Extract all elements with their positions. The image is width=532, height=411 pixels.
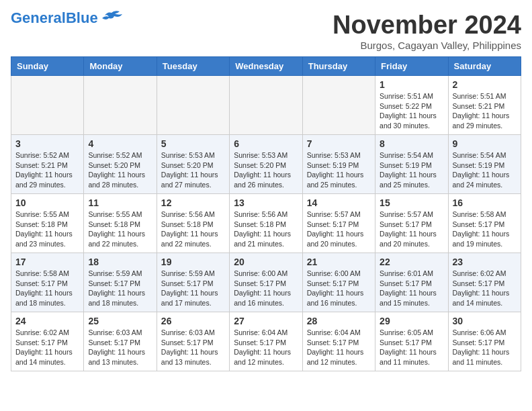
day-info: Sunrise: 5:53 AMSunset: 5:19 PMDaylight:… <box>307 151 364 189</box>
day-of-week-header: Saturday <box>448 57 521 76</box>
calendar-day-cell: 11Sunrise: 5:55 AMSunset: 5:18 PMDayligh… <box>84 194 157 253</box>
day-of-week-header: Monday <box>84 57 157 76</box>
day-info: Sunrise: 6:03 AMSunset: 5:17 PMDaylight:… <box>161 328 218 366</box>
day-number: 13 <box>234 197 298 208</box>
logo-text: GeneralBlue <box>11 11 98 26</box>
calendar-day-cell: 29Sunrise: 6:05 AMSunset: 5:17 PMDayligh… <box>375 312 448 371</box>
day-info: Sunrise: 5:51 AMSunset: 5:22 PMDaylight:… <box>380 92 437 130</box>
calendar-day-cell: 10Sunrise: 5:55 AMSunset: 5:18 PMDayligh… <box>11 194 84 253</box>
calendar-day-cell: 17Sunrise: 5:58 AMSunset: 5:17 PMDayligh… <box>11 253 84 312</box>
day-info: Sunrise: 6:00 AMSunset: 5:17 PMDaylight:… <box>307 269 364 307</box>
day-number: 22 <box>380 257 443 267</box>
day-info: Sunrise: 5:53 AMSunset: 5:20 PMDaylight:… <box>161 151 218 189</box>
calendar-day-cell: 23Sunrise: 6:02 AMSunset: 5:17 PMDayligh… <box>448 253 521 312</box>
day-info: Sunrise: 6:04 AMSunset: 5:17 PMDaylight:… <box>307 328 364 366</box>
day-info: Sunrise: 5:54 AMSunset: 5:19 PMDaylight:… <box>453 151 510 189</box>
day-number: 30 <box>453 316 517 326</box>
day-info: Sunrise: 5:56 AMSunset: 5:18 PMDaylight:… <box>234 210 291 248</box>
day-info: Sunrise: 5:53 AMSunset: 5:20 PMDaylight:… <box>234 151 291 189</box>
calendar-day-cell: 22Sunrise: 6:01 AMSunset: 5:17 PMDayligh… <box>375 253 448 312</box>
day-info: Sunrise: 5:55 AMSunset: 5:18 PMDaylight:… <box>15 210 73 248</box>
day-of-week-header: Tuesday <box>157 57 229 76</box>
calendar-day-cell: 13Sunrise: 5:56 AMSunset: 5:18 PMDayligh… <box>230 194 302 253</box>
day-info: Sunrise: 5:56 AMSunset: 5:18 PMDaylight:… <box>161 210 218 248</box>
day-info: Sunrise: 5:57 AMSunset: 5:17 PMDaylight:… <box>380 210 437 248</box>
day-info: Sunrise: 5:59 AMSunset: 5:17 PMDaylight:… <box>88 269 145 307</box>
calendar-day-cell: 18Sunrise: 5:59 AMSunset: 5:17 PMDayligh… <box>84 253 157 312</box>
day-info: Sunrise: 5:51 AMSunset: 5:21 PMDaylight:… <box>453 92 510 130</box>
day-number: 21 <box>307 257 371 267</box>
calendar-day-cell: 25Sunrise: 6:03 AMSunset: 5:17 PMDayligh… <box>84 312 157 371</box>
calendar-day-cell: 3Sunrise: 5:52 AMSunset: 5:21 PMDaylight… <box>11 135 84 194</box>
title-section: November 2024 Burgos, Cagayan Valley, Ph… <box>332 11 521 51</box>
calendar-day-cell: 21Sunrise: 6:00 AMSunset: 5:17 PMDayligh… <box>302 253 375 312</box>
day-info: Sunrise: 6:04 AMSunset: 5:17 PMDaylight:… <box>234 328 291 366</box>
day-info: Sunrise: 6:06 AMSunset: 5:17 PMDaylight:… <box>453 328 510 366</box>
calendar-week-row: 24Sunrise: 6:02 AMSunset: 5:17 PMDayligh… <box>11 312 521 371</box>
calendar-day-cell: 12Sunrise: 5:56 AMSunset: 5:18 PMDayligh… <box>157 194 229 253</box>
day-number: 12 <box>161 197 225 208</box>
calendar-day-cell: 26Sunrise: 6:03 AMSunset: 5:17 PMDayligh… <box>157 312 229 371</box>
calendar-day-cell: 24Sunrise: 6:02 AMSunset: 5:17 PMDayligh… <box>11 312 84 371</box>
day-number: 25 <box>88 316 152 326</box>
day-info: Sunrise: 6:03 AMSunset: 5:17 PMDaylight:… <box>88 328 145 366</box>
day-info: Sunrise: 6:02 AMSunset: 5:17 PMDaylight:… <box>453 269 510 307</box>
day-number: 18 <box>88 257 152 267</box>
day-number: 28 <box>307 316 371 326</box>
calendar-day-cell: 27Sunrise: 6:04 AMSunset: 5:17 PMDayligh… <box>230 312 302 371</box>
day-of-week-header: Thursday <box>302 57 375 76</box>
day-info: Sunrise: 6:02 AMSunset: 5:17 PMDaylight:… <box>15 328 73 366</box>
calendar-week-row: 17Sunrise: 5:58 AMSunset: 5:17 PMDayligh… <box>11 253 521 312</box>
month-title: November 2024 <box>332 11 521 40</box>
calendar-week-row: 3Sunrise: 5:52 AMSunset: 5:21 PMDaylight… <box>11 135 521 194</box>
day-info: Sunrise: 6:05 AMSunset: 5:17 PMDaylight:… <box>380 328 437 366</box>
day-number: 26 <box>161 316 225 326</box>
calendar-table: SundayMondayTuesdayWednesdayThursdayFrid… <box>11 56 521 371</box>
day-number: 11 <box>88 197 152 208</box>
calendar-day-cell: 4Sunrise: 5:52 AMSunset: 5:20 PMDaylight… <box>84 135 157 194</box>
calendar-day-cell: 7Sunrise: 5:53 AMSunset: 5:19 PMDaylight… <box>302 135 375 194</box>
calendar-day-cell: 20Sunrise: 6:00 AMSunset: 5:17 PMDayligh… <box>230 253 302 312</box>
logo: GeneralBlue <box>11 11 91 26</box>
day-number: 23 <box>453 257 517 267</box>
day-number: 2 <box>453 79 517 90</box>
day-number: 20 <box>234 257 298 267</box>
calendar-day-cell: 30Sunrise: 6:06 AMSunset: 5:17 PMDayligh… <box>448 312 521 371</box>
calendar-day-cell: 15Sunrise: 5:57 AMSunset: 5:17 PMDayligh… <box>375 194 448 253</box>
calendar-week-row: 1Sunrise: 5:51 AMSunset: 5:22 PMDaylight… <box>11 76 521 135</box>
day-number: 3 <box>15 138 79 149</box>
day-number: 27 <box>234 316 298 326</box>
day-number: 4 <box>88 138 152 149</box>
day-info: Sunrise: 5:52 AMSunset: 5:20 PMDaylight:… <box>88 151 145 189</box>
location: Burgos, Cagayan Valley, Philippines <box>332 40 521 51</box>
day-info: Sunrise: 5:59 AMSunset: 5:17 PMDaylight:… <box>161 269 218 307</box>
calendar-day-cell: 5Sunrise: 5:53 AMSunset: 5:20 PMDaylight… <box>157 135 229 194</box>
calendar-day-cell <box>157 76 229 135</box>
calendar-week-row: 10Sunrise: 5:55 AMSunset: 5:18 PMDayligh… <box>11 194 521 253</box>
day-number: 16 <box>453 197 517 208</box>
day-info: Sunrise: 5:52 AMSunset: 5:21 PMDaylight:… <box>15 151 73 189</box>
day-number: 15 <box>380 197 443 208</box>
calendar-header-row: SundayMondayTuesdayWednesdayThursdayFrid… <box>11 57 521 76</box>
day-info: Sunrise: 6:00 AMSunset: 5:17 PMDaylight:… <box>234 269 291 307</box>
calendar-day-cell: 19Sunrise: 5:59 AMSunset: 5:17 PMDayligh… <box>157 253 229 312</box>
day-number: 29 <box>380 316 443 326</box>
day-number: 7 <box>307 138 371 149</box>
day-info: Sunrise: 5:58 AMSunset: 5:17 PMDaylight:… <box>15 269 73 307</box>
calendar-day-cell: 1Sunrise: 5:51 AMSunset: 5:22 PMDaylight… <box>375 76 448 135</box>
calendar-day-cell <box>11 76 84 135</box>
calendar-day-cell <box>302 76 375 135</box>
day-of-week-header: Sunday <box>11 57 84 76</box>
calendar-day-cell: 16Sunrise: 5:58 AMSunset: 5:17 PMDayligh… <box>448 194 521 253</box>
day-number: 14 <box>307 197 371 208</box>
logo-bird-icon <box>99 10 124 25</box>
calendar-day-cell: 6Sunrise: 5:53 AMSunset: 5:20 PMDaylight… <box>230 135 302 194</box>
day-info: Sunrise: 5:58 AMSunset: 5:17 PMDaylight:… <box>453 210 510 248</box>
calendar-day-cell <box>230 76 302 135</box>
day-info: Sunrise: 5:55 AMSunset: 5:18 PMDaylight:… <box>88 210 145 248</box>
calendar-day-cell: 9Sunrise: 5:54 AMSunset: 5:19 PMDaylight… <box>448 135 521 194</box>
day-number: 19 <box>161 257 225 267</box>
day-info: Sunrise: 5:54 AMSunset: 5:19 PMDaylight:… <box>380 151 437 189</box>
day-number: 8 <box>380 138 443 149</box>
calendar-day-cell: 2Sunrise: 5:51 AMSunset: 5:21 PMDaylight… <box>448 76 521 135</box>
